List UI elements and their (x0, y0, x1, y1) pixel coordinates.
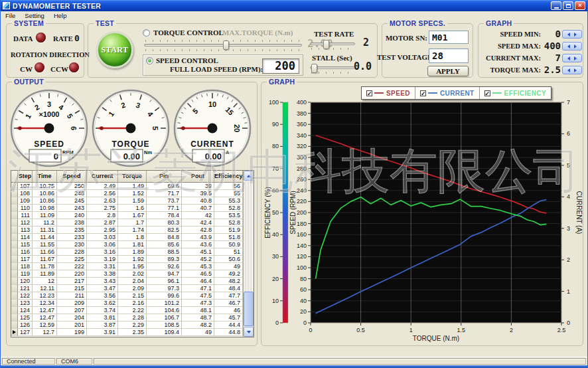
table-row[interactable]: 12612.592013.872.29108.548.244.4 (11, 322, 243, 329)
table-row[interactable]: 11411.442333.031.884.843.951.8 (11, 234, 243, 241)
table-row[interactable]: 10710.752502.491.4969.63956 (11, 183, 243, 190)
table-cell: 48.4 (214, 285, 243, 292)
table-cell: 1.52 (118, 190, 147, 197)
table-row[interactable]: 11311.312352.951.7482.542.851.9 (11, 227, 243, 234)
table-cell: 55.3 (214, 197, 243, 205)
table-cell: 1.89 (118, 248, 147, 256)
table-row[interactable]: 12512.472043.812.28106.748.745.7 (11, 314, 243, 322)
table-cell: 92.6 (147, 263, 182, 270)
scroll-up-button[interactable] (244, 171, 254, 181)
table-row[interactable]: 12312.342093.622.16101.247.346.7 (11, 300, 243, 307)
row-gutter (11, 292, 18, 300)
table-cell: 115 (18, 241, 33, 248)
column-header-pout[interactable]: Pout (182, 171, 214, 183)
table-row[interactable]: 11711.672253.191.9289.345.250.6 (11, 256, 243, 263)
svg-text:200: 200 (297, 209, 307, 216)
legend-checkbox-speed[interactable]: ✓ (366, 90, 372, 96)
legend-checkbox-efficiency[interactable]: ✓ (484, 90, 490, 96)
svg-text:380: 380 (297, 110, 307, 117)
gauge-scale-number: 10 (208, 100, 216, 108)
speed-control-radio[interactable] (146, 57, 153, 64)
table-cell: 111 (18, 212, 33, 219)
stall-slider[interactable] (310, 64, 355, 74)
motor-sn-label: MOTOR SN: (385, 34, 427, 42)
column-header-pin[interactable]: Pin (147, 171, 182, 183)
scrollbar-thumb[interactable] (244, 292, 254, 326)
table-cell: 40.8 (182, 197, 214, 205)
column-header-torque[interactable]: Torque (118, 171, 147, 183)
max-torque-slider-thumb[interactable] (223, 41, 229, 50)
test-rate-slider[interactable] (310, 40, 355, 50)
table-row[interactable]: 12412.472073.742.22104.648.146 (11, 307, 243, 314)
table-row[interactable]: 11511.552303.061.8185.643.650.9 (11, 241, 243, 248)
menu-item-setting[interactable]: Setting (20, 12, 49, 19)
column-header-speed[interactable]: Speed (57, 171, 87, 183)
spinner-increment-icon[interactable] (574, 56, 577, 60)
svg-text:0: 0 (567, 320, 570, 326)
table-cell: 207 (57, 307, 87, 314)
scroll-down-button[interactable] (244, 327, 254, 337)
current-max-spinner[interactable] (562, 54, 582, 62)
table-row[interactable]: 11111.092402.81.6778.44253.5 (11, 212, 243, 219)
start-button[interactable]: START (96, 31, 133, 68)
table-row[interactable]: 11211.22382.871.780.342.452.8 (11, 219, 243, 227)
table-cell: 2.87 (87, 219, 118, 227)
stall-slider-thumb[interactable] (311, 64, 317, 73)
spinner-increment-icon[interactable] (574, 33, 577, 37)
table-row[interactable]: 12712.71993.912.35109.44944.8 (11, 329, 243, 336)
title-bar: DYNAMOMETER TESTER × (1, 0, 587, 11)
table-cell: 3.19 (87, 256, 118, 263)
column-header-efficiency[interactable]: Efficiency (214, 171, 243, 183)
speed-max-spinner[interactable] (562, 42, 582, 50)
table-cell: 88.5 (147, 248, 182, 256)
column-header-current[interactable]: Current (87, 171, 118, 183)
current-axis-title: CURRENT (A) (575, 191, 583, 234)
svg-text:90: 90 (272, 121, 279, 128)
apply-button[interactable]: APPLY (427, 66, 469, 76)
table-cell: 220 (57, 270, 87, 278)
table-row[interactable]: 11010.982432.751.677.140.752.8 (11, 205, 243, 212)
table-row[interactable]: 10810.862482.561.5271.739.555 (11, 190, 243, 197)
spinner-decrement-icon[interactable] (567, 56, 570, 60)
table-row[interactable]: 11911.892203.382.0294.746.549.2 (11, 270, 243, 278)
menu-item-help[interactable]: Help (49, 12, 72, 19)
app-window: DYNAMOMETER TESTER × FileSettingHelp SYS… (0, 0, 588, 368)
column-header-time[interactable]: Time (33, 171, 57, 183)
spinner-increment-icon[interactable] (574, 45, 577, 48)
svg-text:140: 140 (297, 242, 307, 249)
spinner-decrement-icon[interactable] (567, 45, 570, 48)
row-gutter (11, 212, 18, 219)
speed-min-spinner[interactable] (562, 30, 582, 39)
table-scrollbar[interactable] (243, 171, 254, 337)
table-row[interactable]: 12112.112153.472.0997.347.148.4 (11, 285, 243, 292)
table-row[interactable]: 10910.862452.631.5973.740.855.3 (11, 197, 243, 205)
test-voltage-field[interactable] (429, 48, 469, 63)
table-cell: 215 (57, 285, 87, 292)
svg-text:2: 2 (567, 256, 570, 263)
rate-value: 0 (74, 33, 80, 43)
minimize-button[interactable] (551, 1, 561, 10)
spinner-increment-icon[interactable] (574, 68, 577, 72)
torque-max-spinner[interactable] (562, 66, 582, 74)
table-row[interactable]: 120122173.432.0496.146.448.2 (11, 278, 243, 285)
motor-sn-field[interactable] (429, 31, 469, 44)
close-button[interactable]: × (575, 1, 585, 10)
restore-button[interactable] (563, 1, 573, 10)
test-rate-slider-thumb[interactable] (323, 40, 329, 49)
spinner-decrement-icon[interactable] (567, 33, 570, 37)
table-cell: 89.3 (147, 256, 182, 263)
torque-control-radio[interactable] (143, 29, 150, 37)
spinner-decrement-icon[interactable] (567, 68, 570, 72)
column-header-step[interactable]: Step (18, 171, 33, 183)
table-row[interactable]: 12212.232113.562.1599.647.547.7 (11, 292, 243, 300)
max-torque-slider[interactable] (144, 40, 302, 51)
table-row[interactable]: 11611.662283.161.8988.545.151 (11, 248, 243, 256)
legend-checkbox-current[interactable]: ✓ (420, 90, 426, 96)
table-cell: 3.81 (87, 314, 118, 322)
table-row[interactable]: 11811.782223.311.9592.645.349 (11, 263, 243, 270)
speed-gauge: 123456×1000SPEED0RPM (10, 89, 88, 167)
row-gutter (11, 285, 18, 292)
table-cell: 109.4 (147, 329, 182, 336)
table-cell: 245 (57, 197, 87, 205)
menu-item-file[interactable]: File (1, 12, 20, 19)
